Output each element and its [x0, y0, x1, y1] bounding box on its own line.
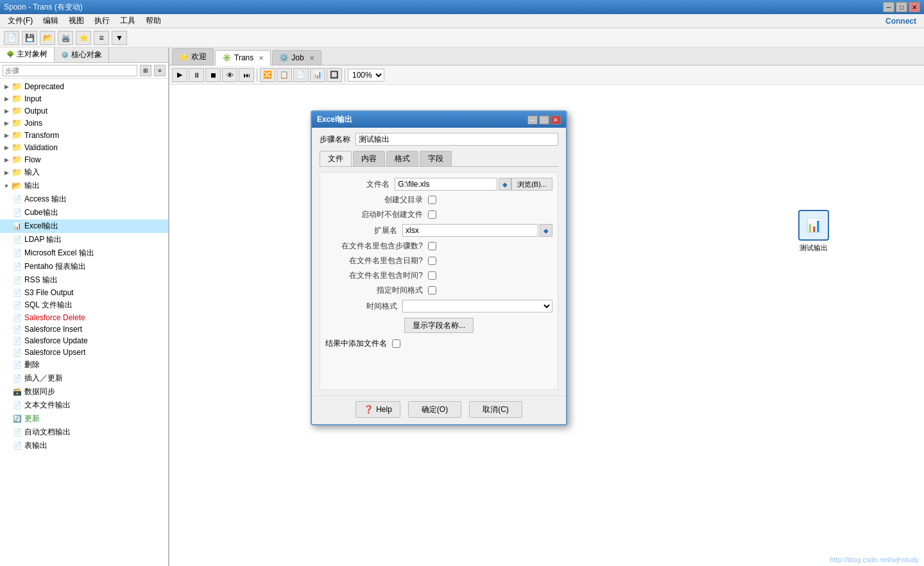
copy-button[interactable]: 📋: [277, 68, 292, 82]
paste-button[interactable]: 📄: [293, 68, 309, 82]
tree-item-autodoc[interactable]: 📄 自动文档输出: [0, 425, 168, 439]
pause-button[interactable]: ⏸: [189, 68, 204, 82]
tree-item-rss[interactable]: 📄 RSS 输出: [0, 273, 168, 287]
tree-item-input-cn[interactable]: ▶ 📁 输入: [0, 166, 168, 179]
dialog-tab-fields[interactable]: 字段: [420, 151, 452, 166]
folder-icon: 📁: [12, 94, 22, 103]
tree-item-deprecated[interactable]: ▶ 📁 Deprecated: [0, 80, 168, 92]
dropdown-button[interactable]: ▼: [112, 31, 127, 45]
dialog-tab-content[interactable]: 内容: [353, 151, 385, 166]
tab-trans[interactable]: ✳️ Trans ✕: [215, 50, 271, 65]
dialog-minimize[interactable]: ─: [527, 116, 538, 124]
tree-item-msexcel[interactable]: 📄 Microsoft Excel 输出: [0, 246, 168, 260]
tree-item-sf-upsert[interactable]: 📄 Salesforce Upsert: [0, 347, 168, 358]
dialog-tab-file[interactable]: 文件: [320, 151, 352, 166]
include-date-checkbox[interactable]: [428, 257, 436, 265]
tree-item-cube[interactable]: 📄 Cube输出: [0, 206, 168, 219]
tree-item-validation[interactable]: ▶ 📁 Validation: [0, 141, 168, 153]
save-button[interactable]: 💾: [22, 31, 37, 45]
new-button[interactable]: 📄: [4, 31, 19, 45]
tab-job[interactable]: ⚙️ Job ✕: [272, 50, 321, 65]
expand-all-button[interactable]: ⊞: [140, 65, 151, 76]
menu-edit[interactable]: 编辑: [38, 14, 64, 28]
tree-item-pentaho[interactable]: 📄 Pentaho 报表输出: [0, 260, 168, 273]
tree-item-tableout[interactable]: 📄 表输出: [0, 439, 168, 452]
dialog-close[interactable]: ✕: [551, 116, 561, 124]
open-button[interactable]: 📂: [40, 31, 55, 45]
tree-item-input[interactable]: ▶ 📁 Input: [0, 92, 168, 105]
filename-input[interactable]: [395, 178, 497, 191]
run-button[interactable]: ▶: [172, 68, 187, 82]
step-name-input[interactable]: [355, 133, 558, 146]
menu-file[interactable]: 文件(F): [3, 14, 38, 28]
tree-item-s3[interactable]: 📄 S3 File Output: [0, 287, 168, 298]
tree-item-delete[interactable]: 📄 删除: [0, 358, 168, 372]
preview-button[interactable]: 👁: [222, 68, 237, 82]
ext-label: 扩展名: [325, 225, 402, 236]
menu-button[interactable]: ≡: [94, 31, 109, 45]
menu-tools[interactable]: 工具: [115, 14, 141, 28]
time-format-select[interactable]: [402, 300, 552, 313]
tree-item-joins[interactable]: ▶ 📁 Joins: [0, 117, 168, 129]
ok-button[interactable]: 确定(O): [408, 401, 461, 418]
trans-tab-close[interactable]: ✕: [259, 55, 264, 62]
dialog-tab-format[interactable]: 格式: [386, 151, 418, 166]
tree-item-insert-update[interactable]: 📄 插入／更新: [0, 372, 168, 385]
include-time-checkbox[interactable]: [428, 271, 436, 280]
tab-welcome[interactable]: ⭐ 欢迎: [172, 48, 214, 65]
close-button[interactable]: ✕: [909, 2, 920, 12]
ext-diamond-btn[interactable]: ◆: [540, 224, 552, 237]
menu-execute[interactable]: 执行: [89, 14, 115, 28]
tree-item-ldap[interactable]: 📄 LDAP 输出: [0, 233, 168, 246]
file-icon: 📄: [13, 276, 22, 284]
help-button[interactable]: ❓ Help: [355, 401, 400, 418]
tree-item-sf-update[interactable]: 📄 Salesforce Update: [0, 335, 168, 347]
title-bar: Spoon - Trans (有变动) ─ □ ✕: [0, 0, 924, 14]
no-create-checkbox[interactable]: [428, 210, 436, 219]
tree-label: 插入／更新: [24, 373, 63, 384]
tree-item-flow[interactable]: ▶ 📁 Flow: [0, 153, 168, 166]
show-fields-button[interactable]: 显示字段名称...: [404, 318, 474, 333]
favorite-button[interactable]: ⭐: [76, 31, 91, 45]
cancel-button[interactable]: 取消(C): [469, 401, 522, 418]
search-input[interactable]: [3, 65, 137, 76]
tree-item-output[interactable]: ▶ 📁 Output: [0, 105, 168, 117]
shuffle-button[interactable]: 🔀: [260, 68, 275, 82]
menu-view[interactable]: 视图: [64, 14, 89, 28]
dialog-maximize[interactable]: □: [539, 116, 549, 124]
skip-button[interactable]: ⏭: [239, 68, 254, 82]
tree-item-datasync[interactable]: 🗃️ 数据同步: [0, 385, 168, 399]
collapse-all-button[interactable]: ≡: [154, 65, 166, 76]
create-dir-checkbox[interactable]: [428, 196, 436, 204]
job-tab-close[interactable]: ✕: [309, 55, 314, 62]
maximize-button[interactable]: □: [896, 2, 907, 12]
zoom-select[interactable]: 100% 75% 50% 150% 200%: [348, 69, 384, 81]
tree-item-sql[interactable]: 📄 SQL 文件输出: [0, 298, 168, 312]
core-objects-tab[interactable]: ⚙️ 核心对象: [55, 47, 109, 62]
ext-input[interactable]: [402, 224, 538, 237]
include-stepno-checkbox[interactable]: [428, 242, 436, 250]
tree-item-sf-delete[interactable]: 📄 Salesforce Delete: [0, 312, 168, 323]
chart-button[interactable]: 📊: [310, 68, 325, 82]
tree-item-excel[interactable]: 📊 Excel输出: [0, 219, 168, 233]
add-filename-checkbox[interactable]: [392, 339, 400, 348]
tree-item-access[interactable]: 📄 Access 输出: [0, 193, 168, 206]
grid-button[interactable]: 🔲: [327, 68, 342, 82]
print-button[interactable]: 🖨️: [58, 31, 73, 45]
tree-item-update[interactable]: 🔄 更新: [0, 412, 168, 425]
minimize-button[interactable]: ─: [883, 2, 894, 12]
tree-label: 输入: [24, 167, 40, 178]
tree-item-sf-insert[interactable]: 📄 Salesforce Insert: [0, 323, 168, 335]
main-objects-tab[interactable]: 🌳 主对象树: [0, 47, 55, 62]
tree-item-transform[interactable]: ▶ 📁 Transform: [0, 129, 168, 141]
browse-button[interactable]: 浏览(B)...: [511, 178, 552, 191]
filename-diamond-btn[interactable]: ◆: [499, 178, 511, 191]
stop-button[interactable]: ⏹: [205, 68, 221, 82]
menu-help[interactable]: 帮助: [141, 14, 166, 28]
tree-item-textout[interactable]: 📄 文本文件输出: [0, 399, 168, 412]
tree-item-output-cn[interactable]: ▼ 📂 输出: [0, 179, 168, 193]
connect-button[interactable]: Connect: [880, 17, 921, 26]
file-icon: 📄: [13, 314, 22, 322]
specify-format-checkbox[interactable]: [428, 286, 436, 295]
folder-icon: 📁: [12, 81, 22, 91]
